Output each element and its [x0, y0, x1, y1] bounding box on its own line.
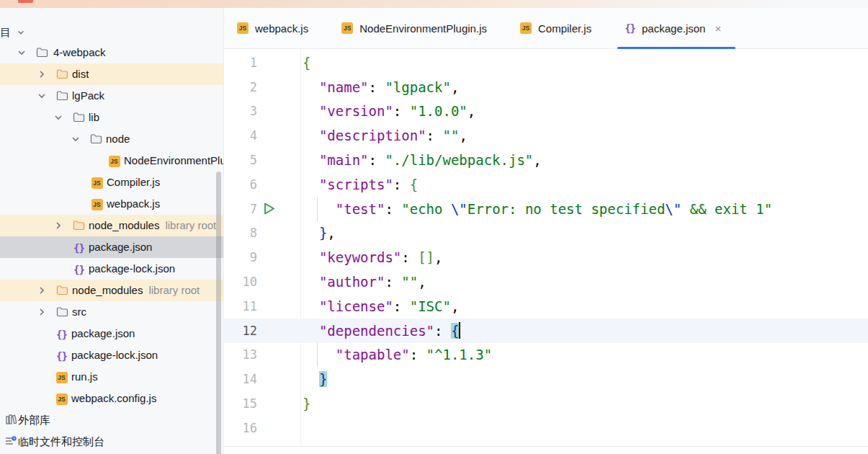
tree-item[interactable]: {}package.json	[0, 236, 223, 258]
chevron-right-icon[interactable]	[53, 220, 64, 231]
chevron-down-icon[interactable]	[70, 133, 81, 145]
ide-window: 目 4-webpackdistlgPacklibnodeJSNodeEnviro…	[0, 0, 868, 454]
chevron-right-icon[interactable]	[36, 306, 48, 318]
tree-item[interactable]: JSwebpack.config.js	[0, 388, 223, 409]
code-text: "license": "ISC",	[303, 294, 459, 319]
library-root-badge: library root	[165, 219, 216, 231]
editor-bottom-border	[224, 446, 868, 447]
window-accent-nub	[18, 0, 33, 3]
tree-scrollbar[interactable]	[216, 172, 221, 454]
chevron-down-icon[interactable]	[53, 112, 64, 123]
tree-item-label: 临时文件和控制台	[18, 435, 104, 449]
library-root-badge: library root	[148, 284, 200, 296]
code-text: "keywords": [],	[303, 245, 443, 270]
tree-item[interactable]: JSNodeEnvironmentPlugin.js	[0, 150, 223, 172]
json-file-icon: {}	[625, 22, 635, 34]
code-text: "scripts": {	[303, 172, 418, 197]
code-line: 3 "version": "1.0.0",	[224, 99, 868, 124]
code-line: 6 "scripts": {	[224, 172, 868, 197]
tree-item[interactable]: node_moduleslibrary root	[0, 280, 223, 301]
code-line: 15}	[224, 391, 868, 416]
js-file-icon: JS	[56, 372, 68, 383]
code-line: 9 "keywords": [],	[224, 245, 868, 270]
code-text: "test": "echo \"Error: no test specified…	[303, 197, 772, 221]
folder-orange-icon	[56, 68, 68, 81]
tree-item[interactable]: {}package-lock.json	[0, 344, 223, 366]
code-text: "name": "lgpack",	[303, 75, 459, 99]
js-file-icon: JS	[91, 177, 103, 189]
tree-item[interactable]: 外部库	[0, 409, 223, 431]
json-file-icon: {}	[73, 242, 84, 254]
tree-item-label: NodeEnvironmentPlugin.js	[124, 154, 223, 166]
folder-icon	[56, 306, 68, 319]
tree-item-label: 4-webpack	[53, 46, 106, 58]
tab-label: webpack.js	[255, 22, 308, 35]
tree-item[interactable]: JSwebpack.js	[0, 193, 223, 215]
code-line: 1{	[224, 50, 868, 75]
tree-item[interactable]: JSrun.js	[0, 366, 223, 388]
run-icon[interactable]	[261, 201, 277, 216]
line-number: 5	[224, 148, 300, 172]
tree-item-label: dist	[72, 68, 89, 80]
code-editor[interactable]: 1{2 "name": "lgpack",3 "version": "1.0.0…	[224, 49, 868, 446]
close-icon[interactable]: ×	[715, 22, 721, 35]
tree-item[interactable]: {}package.json	[0, 323, 223, 344]
code-text: "dependencies": {	[303, 319, 460, 343]
code-line: 14 }	[224, 367, 868, 391]
folder-orange-icon	[56, 285, 68, 298]
tree-item[interactable]: src	[0, 301, 223, 323]
tree-item-label: webpack.config.js	[71, 392, 156, 404]
code-line: 16	[224, 416, 868, 440]
tab-label: NodeEnvironmentPlugin.js	[359, 22, 487, 35]
tree-item-label: lib	[89, 111, 99, 123]
line-number: 15	[224, 391, 300, 416]
code-line: 12 "dependencies": {	[224, 319, 868, 343]
tree-item[interactable]: lgPack	[0, 85, 223, 107]
text-caret	[459, 322, 460, 339]
tab-label: package.json	[642, 22, 705, 35]
editor-tab-nodeenvironmentplugin-js[interactable]: JSNodeEnvironmentPlugin.js	[328, 8, 507, 48]
tree-item-label: webpack.js	[107, 197, 160, 210]
editor-tab-package-json[interactable]: {}package.json×	[612, 8, 741, 48]
code-line: 4 "description": "",	[224, 123, 868, 148]
tree-item-label: lgPack	[72, 89, 104, 102]
tree-item-label: package-lock.json	[89, 262, 175, 275]
chevron-right-icon[interactable]	[36, 68, 48, 80]
tree-item-label: package.json	[89, 241, 152, 253]
tree-item[interactable]: JSCompiler.js	[0, 172, 223, 193]
tree-item[interactable]: 4-webpack	[0, 42, 223, 63]
tree-item[interactable]: {}package-lock.json	[0, 258, 223, 280]
code-line: 7 "test": "echo \"Error: no test specifi…	[224, 197, 868, 221]
line-number: 8	[224, 221, 300, 246]
folder-icon	[36, 47, 48, 60]
line-number: 3	[224, 99, 300, 124]
tree-item[interactable]: 临时文件和控制台	[0, 431, 223, 453]
chevron-right-icon[interactable]	[36, 285, 48, 296]
project-panel-header[interactable]: 目	[0, 24, 26, 41]
code-text: "description": "",	[303, 123, 467, 148]
tree-item[interactable]: lib	[0, 107, 223, 128]
editor-tab-compiler-js[interactable]: JSCompiler.js	[507, 8, 612, 48]
line-number: 12	[224, 319, 300, 343]
editor-tab-webpack-js[interactable]: JSwebpack.js	[224, 8, 328, 48]
js-file-icon: JS	[91, 199, 103, 210]
line-number: 1	[224, 50, 300, 75]
tree-item-label: 外部库	[18, 414, 50, 427]
code-text: "author": "",	[303, 270, 426, 294]
line-number: 13	[224, 343, 300, 368]
chevron-down-icon[interactable]	[36, 90, 48, 102]
code-text: {	[303, 50, 310, 75]
js-file-icon: JS	[56, 393, 68, 405]
code-line: 5 "main": "./lib/webpack.js",	[224, 148, 868, 172]
tree-item[interactable]: dist	[0, 63, 223, 85]
tree-item[interactable]: node	[0, 128, 223, 150]
js-file-icon: JS	[341, 22, 353, 34]
tree-item-label: package-lock.json	[71, 349, 158, 361]
tree-item[interactable]: node_moduleslibrary root	[0, 215, 223, 236]
code-text: }	[303, 391, 310, 416]
external-libraries-icon	[5, 414, 17, 427]
tree-item-label: node	[106, 133, 130, 145]
code-text: }	[303, 367, 327, 391]
chevron-down-icon[interactable]	[16, 47, 27, 58]
tree-item-label: node_moduleslibrary root	[72, 284, 200, 296]
